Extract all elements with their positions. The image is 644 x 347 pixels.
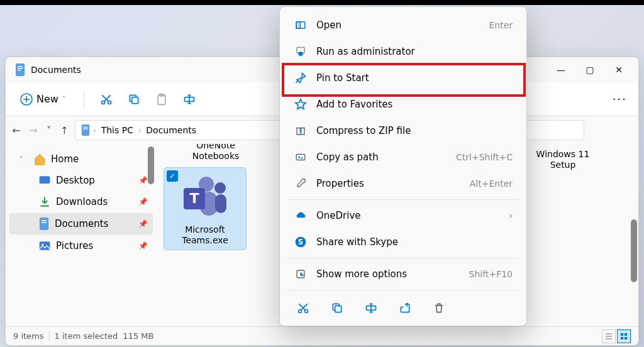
ctx-label: OneDrive [316,210,500,221]
file-item-onenote[interactable]: OneNote Notebooks [172,144,260,162]
sidebar-item-pictures[interactable]: Pictures 📌 [9,236,153,256]
svg-rect-18 [42,222,47,223]
ctx-share-skype[interactable]: S Share with Skype [285,229,521,255]
chevron-right-icon: › [509,211,513,221]
rename-button[interactable] [177,87,201,111]
context-menu: Open Enter Run as administrator Pin to S… [279,6,527,326]
more-options-icon [294,267,308,281]
breadcrumb-documents[interactable]: Documents [143,124,199,136]
home-icon [33,153,46,165]
ctx-copy-button[interactable] [321,297,353,319]
pin-icon: 📌 [138,197,148,206]
sidebar-item-label: Documents [55,218,109,229]
ctx-pin-to-start[interactable]: Pin to Start [285,65,521,91]
ctx-shortcut: Alt+Enter [470,179,513,189]
svg-rect-29 [621,337,623,339]
ctx-label: Compress to ZIP file [316,125,513,136]
sidebar-item-documents[interactable]: Documents 📌 [9,213,153,234]
pictures-icon [38,240,51,252]
ctx-label: Copy as path [316,151,447,163]
pin-icon: 📌 [138,219,148,228]
ctx-rename-button[interactable] [355,297,387,319]
ctx-open[interactable]: Open Enter [285,12,521,38]
downloads-icon [38,196,51,208]
svg-rect-24 [215,194,226,213]
svg-point-5 [101,101,104,104]
teams-icon: T [180,172,230,222]
ctx-show-more[interactable]: Show more options Shift+F10 [285,261,521,287]
forward-button[interactable]: → [29,124,37,136]
view-details-button[interactable] [602,329,616,343]
wrench-icon [294,177,308,190]
up-button[interactable]: ↑ [60,124,69,136]
maximize-button[interactable]: ▢ [575,57,604,82]
ctx-shortcut: Shift+F10 [469,269,513,279]
statusbar: 9 items 1 item selected 115 MB [6,326,638,345]
ctx-onedrive[interactable]: OneDrive › [285,202,521,229]
svg-rect-7 [132,97,138,103]
ctx-compress-zip[interactable]: Compress to ZIP file [285,118,521,144]
pin-icon: 📌 [138,176,148,185]
ctx-share-button[interactable] [389,297,421,319]
minimize-button[interactable]: — [547,57,575,82]
status-item-count: 9 items [13,331,44,341]
sidebar-item-desktop[interactable]: Desktop 📌 [9,170,153,190]
file-checkbox[interactable]: ✓ [167,170,178,182]
ctx-label: Show more options [316,268,460,280]
ctx-run-admin[interactable]: Run as administrator [285,38,521,65]
paste-button[interactable] [150,87,174,111]
back-button[interactable]: ← [12,124,20,136]
svg-text:T: T [189,190,199,206]
svg-rect-2 [18,68,23,69]
view-icons-button[interactable] [617,329,631,343]
cut-button[interactable] [94,87,118,111]
open-icon [294,18,308,32]
ctx-delete-button[interactable] [423,297,455,319]
ctx-properties[interactable]: Properties Alt+Enter [285,170,521,197]
svg-rect-13 [84,128,88,129]
ctx-label: Properties [316,178,461,189]
svg-rect-30 [625,337,627,339]
sidebar-scrollbar[interactable] [148,146,154,184]
svg-rect-17 [42,220,47,221]
new-button[interactable]: New ˅ [12,89,74,110]
file-item-teams[interactable]: ✓ T Microsoft Teams.exe [164,168,246,250]
file-item-win11-setup[interactable]: Windows 11 Setup [525,145,601,174]
files-scrollbar[interactable] [631,219,637,282]
ctx-label: Pin to Start [316,72,513,84]
svg-rect-16 [40,218,48,230]
sidebar-item-label: Home [51,153,79,165]
chevron-down-icon: ˅ [19,155,28,163]
svg-rect-40 [335,306,341,312]
chevron-down-icon: ˅ [62,96,65,102]
status-size: 115 MB [123,331,153,341]
sidebar-item-downloads[interactable]: Downloads 📌 [9,192,153,212]
svg-rect-12 [84,127,88,128]
documents-breadcrumb-icon [80,124,91,136]
more-button[interactable]: ··· [608,92,632,106]
file-label: Microsoft Teams.exe [168,224,242,246]
svg-point-6 [108,101,111,104]
breadcrumb-this-pc[interactable]: This PC [99,124,136,136]
svg-text:S: S [298,238,303,246]
copy-button[interactable] [122,87,146,111]
ctx-label: Share with Skype [316,236,513,248]
documents-icon [38,217,50,231]
sidebar-item-label: Downloads [56,196,108,207]
svg-point-22 [214,182,226,194]
file-label: Windows 11 Setup [529,149,597,170]
sidebar-item-home[interactable]: ˅ Home [9,149,153,169]
sidebar: ˅ Home Desktop 📌 Downloads 📌 Documents 📌 [6,144,157,326]
path-icon [294,150,308,164]
ctx-label: Add to Favorites [316,99,513,110]
sidebar-item-label: Pictures [56,240,93,251]
recent-locations-button[interactable]: ˅ [47,124,52,136]
breadcrumb-sep-icon: › [138,126,141,135]
svg-rect-28 [625,333,627,336]
svg-rect-19 [40,241,50,250]
close-button[interactable]: ✕ [604,57,633,82]
ctx-shortcut: Ctrl+Shift+C [456,152,513,162]
ctx-copy-path[interactable]: Copy as path Ctrl+Shift+C [285,144,521,170]
ctx-add-favorites[interactable]: Add to Favorites [285,91,521,118]
ctx-cut-button[interactable] [287,297,319,319]
